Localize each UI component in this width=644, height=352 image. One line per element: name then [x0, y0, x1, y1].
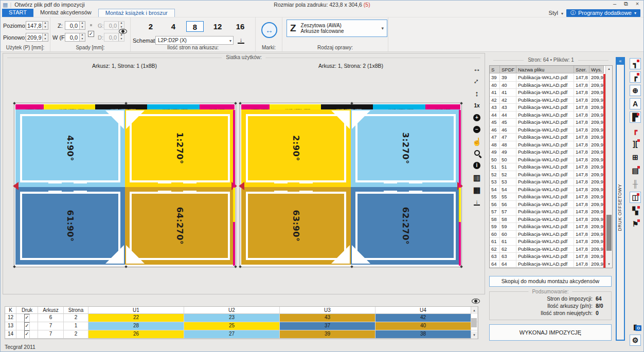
page-count-option-4[interactable]: 4	[165, 21, 182, 32]
frame-cross-icon[interactable]: ⊞	[630, 152, 641, 163]
zoom-1x-label[interactable]: 1x	[474, 102, 479, 109]
print-checkbox[interactable]: ✓	[24, 314, 30, 322]
imposition-page[interactable]: 2:90°	[241, 109, 351, 187]
pages-pair-icon[interactable]: ▚	[630, 205, 641, 216]
scroll-down-icon[interactable]: ▼	[471, 331, 477, 339]
file-row[interactable]: 4343Publikacja-WKLAD.pdf147,8209,9	[490, 104, 604, 112]
copy-to-accidents-button[interactable]: Skopiuj do modułu montażu akcydensów	[489, 276, 612, 287]
zoom-in-icon[interactable]: +	[473, 114, 480, 121]
sheet-preview-2[interactable]: CONTROL STRIPCOLOUR CONTROL STRIPCOLOUR …	[240, 103, 462, 267]
poziomo-field[interactable]: 147,8 ▲▼	[26, 21, 48, 30]
zoom-area-icon[interactable]	[474, 150, 480, 156]
page-count-option-12[interactable]: 12	[209, 21, 226, 32]
file-row[interactable]: 5454Publikacja-WKLAD.pdf147,8209,9	[490, 186, 604, 194]
spady-z-field[interactable]: 0,0 ▲▼	[65, 21, 85, 30]
close-button[interactable]: ×	[632, 1, 642, 7]
run-imposition-button[interactable]: WYKONAJ IMPOZYCJĘ	[489, 324, 612, 341]
spread-arrows-icon[interactable]: ◫	[630, 192, 641, 203]
file-row[interactable]: 5151Publikacja-WKLAD.pdf147,8209,9	[490, 163, 604, 171]
file-row[interactable]: 5252Publikacja-WKLAD.pdf147,8209,9	[490, 171, 604, 179]
two-pages-icon[interactable]: ▥	[473, 174, 480, 181]
sheet-stack-icon[interactable]: ▤	[630, 165, 641, 176]
export-view-icon[interactable]: ↓	[474, 198, 480, 206]
file-row[interactable]: 4040Publikacja-WKLAD.pdf147,8209,9	[490, 82, 604, 89]
gutter-marks-icon[interactable]: ][	[630, 138, 641, 150]
file-row[interactable]: 5757Publikacja-WKLAD.pdf147,8209,9	[490, 208, 604, 216]
collapse-panel-button[interactable]: «	[617, 58, 624, 65]
tab-montaz-ksiazek[interactable]: Montaż książek i broszur	[98, 9, 175, 17]
color-bar-icon[interactable]: ▛	[630, 112, 641, 123]
imposition-page[interactable]: 63:90°	[241, 187, 351, 265]
print-checkbox[interactable]: ✓	[24, 322, 30, 330]
imposition-row[interactable]: 12✓6222234342	[5, 314, 478, 322]
file-row[interactable]: 6363Publikacja-WKLAD.pdf147,8209,9	[490, 253, 604, 261]
scroll-down-icon[interactable]: ▼	[606, 261, 612, 268]
file-row[interactable]: 4242Publikacja-WKLAD.pdf147,8209,9	[490, 97, 604, 104]
page-count-option-2[interactable]: 2	[142, 21, 159, 32]
file-row[interactable]: 3939Publikacja-WKLAD.pdf147,8209,9	[490, 74, 604, 82]
imposition-page[interactable]: 4:90°	[15, 109, 125, 187]
file-row[interactable]: 5959Publikacja-WKLAD.pdf147,8209,9	[490, 223, 604, 231]
flag-mark-icon[interactable]: ⚑	[630, 218, 641, 230]
file-row[interactable]: 4444Publikacja-WKLAD.pdf147,8209,9	[490, 112, 604, 119]
imposition-page[interactable]: 1:270°	[125, 109, 235, 187]
text-mark-icon[interactable]: A	[630, 98, 641, 109]
page-count-option-16[interactable]: 16	[231, 21, 249, 32]
pionowo-field[interactable]: 209,9 ▲▼	[26, 33, 48, 42]
file-row[interactable]: 6060Publikacja-WKLAD.pdf147,8209,9	[490, 231, 604, 238]
sheet-grid-icon[interactable]: ▦	[473, 186, 480, 194]
file-row[interactable]: 4646Publikacja-WKLAD.pdf147,8209,9	[490, 126, 604, 134]
file-row[interactable]: 4848Publikacja-WKLAD.pdf147,8209,9	[490, 141, 604, 149]
settings-gear-icon[interactable]: ⚙	[630, 335, 641, 346]
scrollbar-thumb[interactable]	[471, 318, 477, 327]
addons-button[interactable]: ⓘ Programy dodatkowe ▾	[566, 9, 640, 17]
import-schema-icon[interactable]: ↓	[238, 37, 244, 44]
file-row[interactable]: 5656Publikacja-WKLAD.pdf147,8209,9	[490, 201, 604, 209]
imposition-page[interactable]: 3:270°	[351, 109, 460, 187]
spady-link-checkbox[interactable]: ✓	[88, 31, 94, 37]
scroll-up-icon[interactable]: ▲	[471, 307, 477, 314]
tab-start[interactable]: START	[2, 9, 33, 17]
spinner[interactable]: ▲▼	[79, 33, 85, 41]
file-row[interactable]: 4747Publikacja-WKLAD.pdf147,8209,9	[490, 134, 604, 141]
imposition-row[interactable]: 14✓7226273938	[5, 330, 478, 339]
scrollbar-thumb[interactable]	[606, 215, 612, 251]
file-row[interactable]: 6464Publikacja-WKLAD.pdf147,8209,9	[490, 261, 604, 268]
corner-mark-icon[interactable]: ┏	[630, 125, 641, 136]
imposition-page[interactable]: 61:90°	[15, 187, 125, 265]
eye-icon[interactable]	[472, 299, 480, 304]
collapsed-side-panel[interactable]: « DRUK OFFSETOWY	[616, 57, 625, 341]
spinner[interactable]: ▲▼	[42, 22, 48, 29]
schemat-select[interactable]: L2P:D2P (X) ▾	[155, 36, 234, 45]
pan-hand-icon[interactable]: ☝	[472, 138, 482, 145]
binding-select[interactable]: Z Zeszytowa (AWA) Arkusze falcowane ▾	[287, 20, 387, 37]
spinner[interactable]: ▲▼	[42, 33, 48, 41]
styl-menu[interactable]: Styl ▾	[549, 10, 563, 16]
spady-w-field[interactable]: 0,0 ▲▼	[65, 33, 85, 42]
file-row[interactable]: 5353Publikacja-WKLAD.pdf147,8209,9	[490, 178, 604, 186]
file-row[interactable]: 5858Publikacja-WKLAD.pdf147,8209,9	[490, 216, 604, 224]
adjust-sliders-icon[interactable]: ╫	[630, 178, 641, 190]
fit-height-icon[interactable]: ↕	[475, 89, 479, 97]
files-scrollbar[interactable]: ▲ ▼	[605, 66, 612, 268]
imposition-row[interactable]: 13✓7128253740	[5, 322, 478, 330]
fit-page-icon[interactable]: ↕	[473, 77, 481, 85]
fold-marks-icon[interactable]: ┏	[630, 71, 641, 83]
imposition-page[interactable]: 64:270°	[125, 187, 235, 265]
marks-button[interactable]: ↔	[261, 22, 277, 38]
file-row[interactable]: 5050Publikacja-WKLAD.pdf147,8209,9	[490, 156, 604, 164]
restore-button[interactable]: ⧉	[621, 1, 631, 7]
crop-marks-icon[interactable]: ┓	[630, 58, 641, 69]
print-checkbox[interactable]: ✓	[24, 330, 30, 339]
preview-toggle-icon[interactable]: ▮O	[630, 321, 641, 332]
file-row[interactable]: 4141Publikacja-WKLAD.pdf147,8209,9	[490, 89, 604, 97]
file-row[interactable]: 5555Publikacja-WKLAD.pdf147,8209,9	[490, 193, 604, 201]
eye-icon[interactable]	[119, 29, 127, 34]
info-icon[interactable]: i	[473, 162, 480, 169]
zoom-out-icon[interactable]: −	[473, 126, 480, 133]
registration-mark-icon[interactable]: ⊕	[630, 85, 641, 96]
file-row[interactable]: 6262Publikacja-WKLAD.pdf147,8209,9	[490, 246, 604, 253]
page-count-option-8[interactable]: 8	[186, 21, 204, 32]
sheet-preview-1[interactable]: CONTROL STRIPCOLOUR CONTROL STRIPCOLOUR …	[14, 103, 236, 267]
minimize-button[interactable]: –	[610, 1, 620, 7]
